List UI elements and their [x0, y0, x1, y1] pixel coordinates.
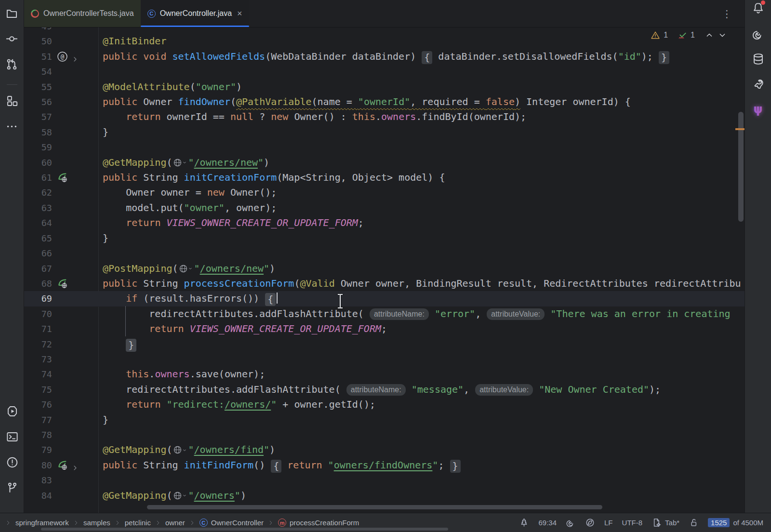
- code-line-79[interactable]: 79@GetMapping("/owners/find"): [24, 442, 744, 457]
- code-line-49[interactable]: 49: [24, 27, 744, 34]
- breadcrumbs-scrollbar[interactable]: [41, 528, 448, 531]
- more-tools-icon[interactable]: [5, 120, 18, 133]
- line-number: 50: [24, 34, 52, 49]
- breadcrumb-owner[interactable]: owner: [163, 518, 187, 528]
- status-line-separator[interactable]: LF: [604, 519, 613, 527]
- code-line-59[interactable]: 59: [24, 140, 744, 155]
- pull-requests-icon[interactable]: [5, 58, 18, 71]
- inspections-widget[interactable]: 1 1: [651, 29, 727, 41]
- endpoint-gutter-icon[interactable]: [57, 172, 68, 183]
- code-line-61[interactable]: 61public String initCreationForm(Map<Str…: [24, 170, 744, 185]
- code-line-62[interactable]: 62 Owner owner = new Owner();: [24, 185, 744, 200]
- code-token: redirectAttributes.addFlashAttribute(: [103, 384, 346, 395]
- code-token: this: [352, 111, 375, 122]
- line-number: 64: [24, 215, 52, 230]
- code-line-78[interactable]: 78: [24, 427, 744, 442]
- ai-assistant-icon[interactable]: [752, 27, 765, 40]
- code-token: findOwner: [178, 96, 230, 107]
- code-line-63[interactable]: 63 model.put("owner", owner);: [24, 200, 744, 215]
- code-line-71[interactable]: 71 return VIEWS_OWNER_CREATE_OR_UPDATE_F…: [24, 321, 744, 336]
- more-actions-icon[interactable]: ⋮: [722, 0, 732, 27]
- code-line-66[interactable]: 66: [24, 246, 744, 261]
- code-token: owners: [155, 368, 189, 380]
- status-file-lock[interactable]: [689, 518, 699, 528]
- code-token: "redirect:: [166, 399, 224, 410]
- tab-OwnerController.java[interactable]: COwnerController.java×: [141, 0, 249, 27]
- code-line-51[interactable]: 51@public void setAllowedFields(WebDataB…: [24, 49, 744, 64]
- parameter-hint: attributeName:: [370, 308, 429, 320]
- endpoint-gutter-icon[interactable]: [57, 278, 68, 289]
- code-line-56[interactable]: 56public Owner findOwner(@PathVariable(n…: [24, 94, 744, 109]
- close-tab-icon[interactable]: ×: [237, 9, 242, 18]
- editor-horizontal-scrollbar[interactable]: [147, 505, 602, 509]
- left-activity-bar: [0, 0, 24, 513]
- code-line-76[interactable]: 76 return "redirect:/owners/" + owner.ge…: [24, 397, 744, 412]
- status-ai-assistant-status[interactable]: [566, 518, 576, 528]
- code-line-68[interactable]: 68public String processCreationForm(@Val…: [24, 276, 744, 291]
- code-line-69[interactable]: 69 if (result.hasErrors()) {: [24, 291, 744, 306]
- breadcrumb-label: owner: [165, 519, 185, 527]
- code-line-80[interactable]: 80public String initFindForm() { return …: [24, 458, 744, 473]
- web-endpoint-icon[interactable]: [173, 158, 187, 167]
- terminal-icon[interactable]: [6, 430, 19, 443]
- code-line-73[interactable]: 73: [24, 352, 744, 367]
- code-line-77[interactable]: 77}: [24, 412, 744, 427]
- code-line-54[interactable]: 54: [24, 64, 744, 79]
- method-icon: m: [278, 519, 286, 527]
- status-pine-tree[interactable]: [519, 518, 529, 528]
- code-line-60[interactable]: 60@GetMapping("/owners/new"): [24, 155, 744, 170]
- next-issue-icon[interactable]: [718, 30, 727, 40]
- code-editor[interactable]: 4950@InitBinder51@public void setAllowed…: [24, 27, 744, 513]
- fold-chevron-icon[interactable]: [71, 53, 79, 60]
- code-line-58[interactable]: 58}: [24, 125, 744, 140]
- endpoints-icon[interactable]: ψ: [752, 103, 765, 116]
- prev-issue-icon[interactable]: [705, 30, 714, 40]
- code-line-72[interactable]: 72 }: [24, 337, 744, 352]
- web-endpoint-icon[interactable]: [173, 491, 187, 500]
- breadcrumb-processCreationForm[interactable]: mprocessCreationForm: [276, 518, 361, 528]
- status-leaf[interactable]: [585, 518, 595, 528]
- code-line-55[interactable]: 55@ModelAttribute("owner"): [24, 80, 744, 94]
- project-folder-icon[interactable]: [5, 7, 18, 20]
- scrollbar-warning-mark[interactable]: [735, 128, 744, 130]
- status-memory-indicator[interactable]: 1525of 4500M: [708, 518, 763, 527]
- breadcrumb-OwnerController[interactable]: COwnerController: [198, 518, 266, 528]
- status-indent-style[interactable]: Tab*: [651, 518, 679, 528]
- status-line-column[interactable]: 69:34: [538, 519, 557, 527]
- web-endpoint-icon[interactable]: [179, 264, 193, 273]
- structure-icon[interactable]: [5, 94, 18, 107]
- database-icon[interactable]: [752, 53, 765, 66]
- code-line-50[interactable]: 50@InitBinder: [24, 34, 744, 49]
- parameter-hint: attributeValue:: [487, 308, 545, 320]
- status-file-encoding[interactable]: UTF-8: [622, 519, 643, 527]
- tab-OwnerControllerTests.java[interactable]: OwnerControllerTests.java: [24, 0, 141, 27]
- code-token: @ModelAttribute: [103, 81, 190, 93]
- problems-icon[interactable]: [6, 456, 19, 469]
- git-branch-icon[interactable]: [6, 481, 19, 494]
- code-line-83[interactable]: 83: [24, 473, 744, 488]
- code-line-57[interactable]: 57 return ownerId == null ? new Owner() …: [24, 109, 744, 124]
- code-line-84[interactable]: 84@GetMapping("/owners"): [24, 488, 744, 503]
- breadcrumb-springframework[interactable]: springframework: [13, 518, 71, 528]
- run-icon[interactable]: [6, 405, 19, 418]
- notifications-icon[interactable]: [752, 1, 765, 14]
- annotation-gutter-icon[interactable]: @: [57, 51, 68, 62]
- breadcrumb-petclinic[interactable]: petclinic: [123, 518, 153, 528]
- code-line-70[interactable]: 70 redirectAttributes.addFlashAttribute(…: [24, 306, 744, 321]
- line-number: 58: [24, 125, 52, 140]
- web-endpoint-icon[interactable]: [173, 445, 187, 454]
- endpoint-gutter-icon[interactable]: [57, 460, 68, 471]
- fold-chevron-icon[interactable]: [71, 461, 79, 469]
- code-token: return: [149, 323, 189, 334]
- breadcrumb-samples[interactable]: samples: [81, 518, 112, 528]
- commit-icon[interactable]: [5, 32, 18, 45]
- code-line-65[interactable]: 65}: [24, 231, 744, 246]
- code-token: [103, 368, 126, 380]
- code-line-75[interactable]: 75 redirectAttributes.addFlashAttribute(…: [24, 382, 744, 397]
- gradle-icon[interactable]: [752, 78, 765, 91]
- code-line-64[interactable]: 64 return VIEWS_OWNER_CREATE_OR_UPDATE_F…: [24, 215, 744, 230]
- code-line-74[interactable]: 74 this.owners.save(owner);: [24, 367, 744, 382]
- breadcrumb-chevron-icon: [189, 519, 196, 526]
- code-line-67[interactable]: 67@PostMapping("/owners/new"): [24, 261, 744, 276]
- code-token: @GetMapping: [103, 444, 166, 455]
